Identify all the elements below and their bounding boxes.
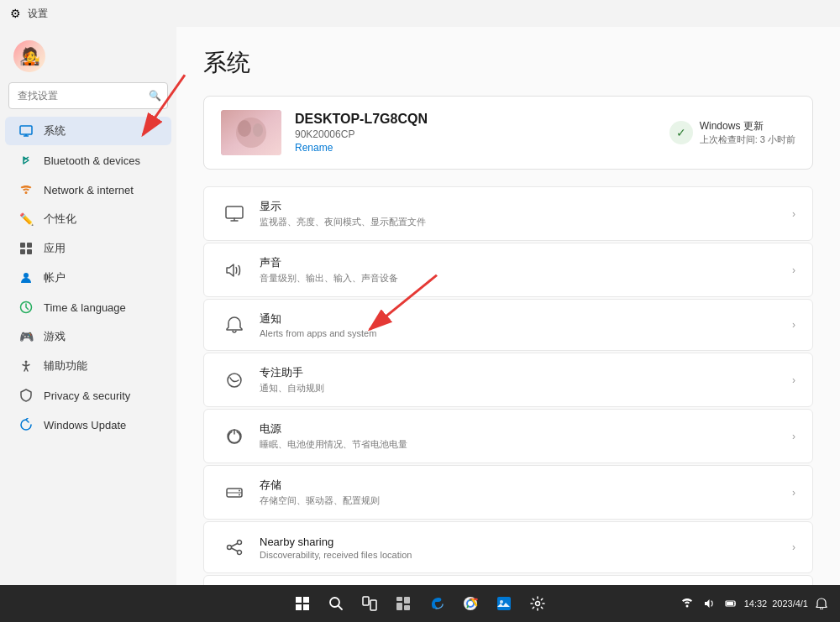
update-status-icon: ✓ <box>669 121 693 144</box>
settings-item-notifications[interactable]: 通知 Alerts from apps and system › <box>203 299 813 351</box>
sidebar-item-accessibility[interactable]: 辅助功能 <box>5 352 171 380</box>
display-subtitle: 监视器、亮度、夜间模式、显示配置文件 <box>260 216 792 228</box>
sidebar-item-gaming[interactable]: 🎮 游戏 <box>5 322 171 351</box>
sidebar-item-privacy[interactable]: Privacy & security <box>5 381 171 410</box>
sidebar-item-accounts[interactable]: 帐户 <box>5 264 171 292</box>
sidebar-item-apps[interactable]: 应用 <box>5 234 171 263</box>
svg-rect-5 <box>27 243 32 248</box>
notifications-icon <box>221 311 248 338</box>
power-title: 电源 <box>260 421 792 436</box>
photos-button[interactable] <box>489 588 519 619</box>
edge-button[interactable] <box>422 588 452 619</box>
accounts-icon <box>18 270 34 285</box>
svg-rect-6 <box>20 249 25 254</box>
sidebar-item-time[interactable]: Time & language <box>5 293 171 321</box>
svg-rect-50 <box>727 602 733 605</box>
personalization-icon: ✏️ <box>18 212 34 227</box>
power-chevron: › <box>792 431 795 442</box>
title-bar: ⚙ 设置 <box>0 0 840 27</box>
system-info-card: DESKTOP-L7G8CQN 90K20006CP Rename ✓ Wind… <box>203 96 813 170</box>
notifications-chevron: › <box>792 319 795 331</box>
svg-point-22 <box>238 541 242 545</box>
system-details: DESKTOP-L7G8CQN 90K20006CP Rename <box>295 112 656 154</box>
taskbar-right: 14:32 2023/4/1 <box>679 595 830 612</box>
svg-rect-31 <box>296 597 302 603</box>
taskbar-center <box>287 588 553 619</box>
svg-rect-0 <box>20 126 32 134</box>
settings-list: 显示 监视器、亮度、夜间模式、显示配置文件 › 声音 音量级别、输出、输入、声音… <box>203 186 813 585</box>
display-title: 显示 <box>260 199 792 214</box>
storage-subtitle: 存储空间、驱动器、配置规则 <box>260 494 792 507</box>
page-title: 系统 <box>203 47 813 79</box>
svg-rect-38 <box>396 597 402 601</box>
svg-rect-39 <box>404 597 410 604</box>
sound-title: 声音 <box>260 255 792 270</box>
sound-chevron: › <box>792 264 795 276</box>
user-avatar-area: 🧑‍🎤 <box>0 34 176 82</box>
taskbar-settings-button[interactable] <box>522 588 553 619</box>
network-icon <box>18 182 34 197</box>
taskbar-sound-icon[interactable] <box>701 595 717 612</box>
time-icon <box>18 300 34 315</box>
settings-item-display[interactable]: 显示 监视器、亮度、夜间模式、显示配置文件 › <box>203 186 813 241</box>
taskbar: 14:32 2023/4/1 <box>0 585 840 622</box>
settings-item-power[interactable]: 电源 睡眠、电池使用情况、节省电池电量 › <box>203 409 813 463</box>
update-label: Windows 更新 <box>700 119 795 133</box>
taskbar-battery-icon[interactable] <box>722 595 739 612</box>
sidebar-item-label-accessibility: 辅助功能 <box>44 358 87 374</box>
main-area: 🧑‍🎤 🔍 系统 <box>0 27 840 585</box>
svg-point-14 <box>253 123 263 137</box>
widgets-button[interactable] <box>388 588 418 619</box>
start-button[interactable] <box>287 588 318 619</box>
svg-rect-40 <box>396 603 402 610</box>
svg-point-44 <box>468 601 473 606</box>
storage-icon <box>221 479 248 506</box>
taskbar-network-icon[interactable] <box>679 595 696 612</box>
settings-text-focus: 专注助手 通知、自动规则 <box>260 365 792 395</box>
svg-point-8 <box>24 273 29 278</box>
windows-update-card: ✓ Windows 更新 上次检查时间: 3 小时前 <box>669 119 795 146</box>
settings-item-nearby-sharing[interactable]: Nearby sharing Discoverability, received… <box>203 521 813 573</box>
svg-point-47 <box>536 602 540 606</box>
sidebar-item-system[interactable]: 系统 <box>5 117 171 145</box>
sidebar-item-label-windows-update: Windows Update <box>44 419 126 431</box>
power-icon <box>221 423 248 450</box>
search-input[interactable] <box>8 82 168 109</box>
taskbar-notification-icon[interactable] <box>813 595 830 612</box>
sidebar-item-label-gaming: 游戏 <box>44 329 66 344</box>
nearby-sharing-icon <box>221 534 248 561</box>
settings-item-multitasking[interactable]: 多任务处理 Snap windows, desktops, task switc… <box>203 575 813 585</box>
sidebar-item-label-network: Network & internet <box>44 184 134 196</box>
settings-item-storage[interactable]: 存储 存储空间、驱动器、配置规则 › <box>203 465 813 520</box>
sidebar-item-bluetooth[interactable]: Bluetooth & devices <box>5 146 171 175</box>
settings-text-display: 显示 监视器、亮度、夜间模式、显示配置文件 <box>260 199 792 228</box>
taskbar-search-button[interactable] <box>321 588 351 619</box>
settings-item-focus[interactable]: 专注助手 通知、自动规则 › <box>203 353 813 407</box>
rename-link[interactable]: Rename <box>295 142 656 154</box>
nearby-title: Nearby sharing <box>260 536 792 548</box>
settings-text-power: 电源 睡眠、电池使用情况、节省电池电量 <box>260 421 792 451</box>
focus-subtitle: 通知、自动规则 <box>260 382 792 395</box>
power-subtitle: 睡眠、电池使用情况、节省电池电量 <box>260 438 792 451</box>
settings-item-sound[interactable]: 声音 音量级别、输出、输入、声音设备 › <box>203 243 813 297</box>
sidebar-item-network[interactable]: Network & internet <box>5 175 171 204</box>
svg-rect-34 <box>303 604 309 610</box>
sidebar-item-windows-update[interactable]: Windows Update <box>5 410 171 439</box>
search-box[interactable]: 🔍 <box>8 82 168 109</box>
focus-title: 专注助手 <box>260 365 792 380</box>
task-view-button[interactable] <box>354 588 385 619</box>
taskbar-time: 14:32 <box>744 598 768 609</box>
settings-text-notifications: 通知 Alerts from apps and system <box>260 311 792 338</box>
sidebar-item-personalization[interactable]: ✏️ 个性化 <box>5 205 171 233</box>
svg-point-10 <box>25 361 28 363</box>
avatar: 🧑‍🎤 <box>13 40 45 72</box>
nearby-chevron: › <box>792 541 795 553</box>
nearby-subtitle: Discoverability, received files location <box>260 550 792 560</box>
notifications-subtitle: Alerts from apps and system <box>260 328 792 338</box>
sidebar-item-label-system: 系统 <box>44 123 66 139</box>
sidebar-item-label-accounts: 帐户 <box>44 270 66 285</box>
system-thumbnail <box>221 110 281 155</box>
svg-rect-45 <box>497 597 511 610</box>
chrome-button[interactable] <box>455 588 486 619</box>
title-bar-text: 设置 <box>28 7 48 21</box>
